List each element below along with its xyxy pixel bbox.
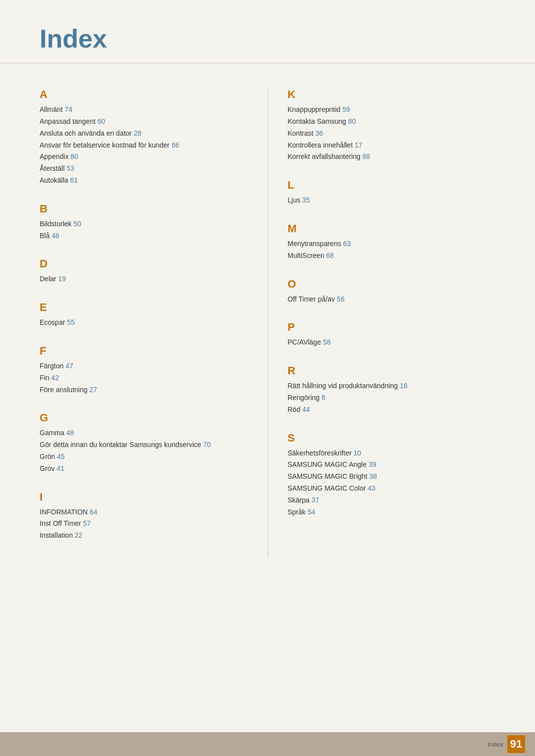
letter-heading-s: S	[288, 432, 496, 445]
index-entry: Fin 42	[40, 372, 248, 384]
letter-heading-i: I	[40, 491, 248, 504]
letter-section-b: BBildstorlek 50Blå 46	[40, 202, 248, 242]
letter-section-o: OOff Timer på/av 56	[288, 278, 496, 305]
index-entry: Rengöring 8	[288, 392, 496, 404]
letter-section-p: PPC/AVläge 58	[288, 321, 496, 349]
letter-heading-a: A	[40, 88, 248, 101]
index-entry: Grov 41	[40, 463, 248, 475]
page-number: 80	[70, 152, 78, 160]
index-entry: Autokälla 61	[40, 175, 248, 187]
letter-section-f: FFärgton 47Fin 42Före anslutning 27	[40, 345, 248, 396]
page-number: 61	[70, 176, 78, 184]
index-entry: Korrekt avfallshantering 88	[288, 151, 496, 163]
header-section: Index	[0, 0, 535, 63]
index-entry: Skärpa 37	[288, 495, 496, 506]
page-number: 80	[348, 117, 356, 125]
index-entry: SAMSUNG MAGIC Color 43	[288, 483, 496, 495]
page-number: 35	[302, 196, 310, 204]
page-number: 70	[203, 441, 211, 449]
index-entry: PC/AVläge 58	[288, 337, 496, 349]
index-entry: Röd 44	[288, 404, 496, 416]
index-entry: Bildstorlek 50	[40, 218, 248, 230]
letter-heading-k: K	[288, 88, 496, 101]
page-number: 64	[90, 508, 98, 516]
page-number: 17	[355, 141, 363, 149]
index-entry: Ljus 35	[288, 195, 496, 206]
page-number: 86	[171, 141, 179, 149]
footer-page-number: 91	[507, 735, 525, 753]
page-number: 38	[369, 472, 377, 480]
letter-heading-o: O	[288, 278, 496, 291]
page-number: 53	[66, 164, 74, 172]
index-entry: Delar 19	[40, 273, 248, 285]
page-number: 27	[89, 386, 97, 394]
page-number: 48	[66, 429, 74, 437]
right-column: KKnappupprepntid 59Kontakta Samsung 80Ko…	[268, 88, 496, 557]
left-column: AAllmänt 74Anpassad tangent 60Ansluta oc…	[40, 88, 268, 557]
index-entry: Rätt hållning vid produktanvändning 16	[288, 380, 496, 392]
page-number: 56	[337, 295, 345, 303]
letter-heading-m: M	[288, 222, 496, 235]
index-entry: Appendix 80	[40, 151, 248, 163]
letter-heading-f: F	[40, 345, 248, 357]
page-number: 43	[368, 484, 375, 492]
letter-section-s: SSäkerhetsföreskrifter 10SAMSUNG MAGIC A…	[288, 432, 496, 518]
page-number: 68	[326, 252, 334, 259]
index-entry: Språk 54	[288, 506, 496, 518]
index-entry: MultiScreen 68	[288, 250, 496, 262]
letter-section-d: DDelar 19	[40, 257, 248, 285]
letter-heading-p: P	[288, 321, 496, 334]
page-number: 36	[316, 129, 323, 137]
index-entry: Menytransparens 63	[288, 238, 496, 250]
page-number: 19	[58, 275, 66, 283]
page-number: 22	[75, 531, 83, 539]
letter-section-e: EEcospar 55	[40, 301, 248, 329]
letter-heading-r: R	[288, 364, 496, 377]
index-entry: SAMSUNG MAGIC Angle 39	[288, 459, 496, 471]
page-number: 58	[323, 338, 331, 346]
page-number: 55	[67, 318, 75, 326]
page-number: 16	[400, 382, 408, 390]
page-number: 39	[369, 460, 376, 468]
letter-heading-d: D	[40, 257, 248, 270]
page-number: 10	[354, 449, 362, 457]
index-entry: Allmänt 74	[40, 104, 248, 116]
footer-label: Index	[487, 741, 503, 748]
page-number: 41	[56, 464, 64, 472]
page-container: Index AAllmänt 74Anpassad tangent 60Ansl…	[0, 0, 535, 756]
page-number: 8	[321, 394, 325, 402]
page-number: 54	[308, 508, 316, 516]
letter-section-a: AAllmänt 74Anpassad tangent 60Ansluta oc…	[40, 88, 248, 187]
page-number: 88	[362, 152, 370, 160]
index-entry: Ansvar för betalservice kostnad för kund…	[40, 140, 248, 151]
letter-section-r: RRätt hållning vid produktanvändning 16R…	[288, 364, 496, 415]
letter-heading-b: B	[40, 202, 248, 215]
index-entry: INFORMATION 64	[40, 506, 248, 518]
index-entry: Säkerhetsföreskrifter 10	[288, 448, 496, 459]
page-number: 42	[51, 374, 59, 382]
letter-heading-e: E	[40, 301, 248, 314]
index-entry: Installation 22	[40, 530, 248, 542]
index-entry: SAMSUNG MAGIC Bright 38	[288, 471, 496, 483]
index-entry: Knappupprepntid 59	[288, 104, 496, 116]
page-number: 46	[52, 232, 59, 240]
letter-heading-g: G	[40, 411, 248, 424]
page-number: 63	[343, 240, 351, 248]
letter-heading-l: L	[288, 179, 496, 192]
index-entry: Kontakta Samsung 80	[288, 116, 496, 128]
index-entry: Anpassad tangent 60	[40, 116, 248, 128]
page-number: 59	[342, 105, 350, 113]
index-entry: Ansluta och använda en dator 28	[40, 128, 248, 140]
index-entry: Grön 45	[40, 451, 248, 463]
index-entry: Före anslutning 27	[40, 384, 248, 396]
page-number: 57	[83, 519, 91, 527]
index-entry: Ecospar 55	[40, 317, 248, 329]
content-area: AAllmänt 74Anpassad tangent 60Ansluta oc…	[0, 63, 535, 607]
page-number: 37	[312, 496, 320, 504]
page-title: Index	[40, 25, 495, 53]
page-number: 45	[57, 453, 65, 460]
page-number: 50	[73, 220, 81, 228]
index-entry: Blå 46	[40, 230, 248, 242]
letter-section-m: MMenytransparens 63MultiScreen 68	[288, 222, 496, 262]
letter-section-g: GGamma 48Gör detta innan du kontaktar Sa…	[40, 411, 248, 474]
